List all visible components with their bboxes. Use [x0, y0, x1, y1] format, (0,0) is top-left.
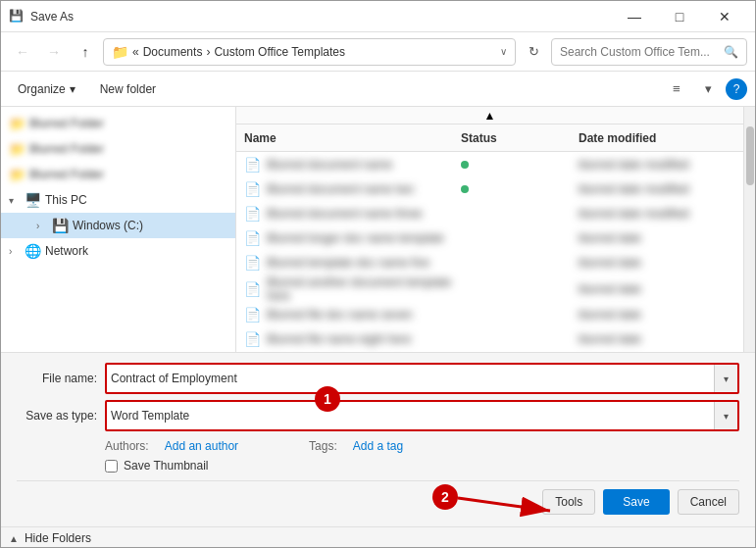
refresh-button[interactable]: ↻ — [520, 38, 547, 66]
filename-row: File name: ▾ — [17, 363, 739, 394]
tags-label: Tags: — [309, 439, 337, 453]
folder-icon: 📁 — [9, 141, 25, 157]
view-button[interactable]: ≡ — [663, 76, 690, 102]
folder-icon: 📁 — [9, 116, 25, 131]
search-input[interactable] — [560, 45, 724, 59]
back-button[interactable]: ← — [9, 38, 36, 66]
sidebar-item-network[interactable]: › 🌐 Network — [1, 238, 235, 264]
folder-icon: 📁 — [112, 44, 128, 60]
help-button[interactable]: ? — [726, 78, 747, 100]
computer-icon: 🖥️ — [25, 192, 41, 208]
file-name: Blurred document name — [267, 158, 461, 172]
file-date: blurred date modified — [579, 158, 735, 172]
sidebar-item-this-pc[interactable]: ▾ 🖥️ This PC — [1, 187, 235, 213]
file-item[interactable]: 📄 Blurred another document template here… — [236, 275, 743, 303]
file-list: ▲ Name Status Date modified 📄 Blurred do… — [236, 107, 743, 352]
minimize-button[interactable]: — — [612, 1, 657, 32]
file-name: Blurred template doc name five — [267, 256, 461, 270]
file-icon: 📄 — [244, 307, 261, 323]
close-button[interactable]: ✕ — [702, 1, 747, 32]
filename-label: File name: — [17, 372, 105, 385]
network-icon: 🌐 — [25, 243, 41, 259]
authors-label: Authors: — [105, 439, 149, 453]
save-button[interactable]: Save — [603, 489, 669, 515]
file-item[interactable]: 📄 Blurred file doc name seven blurred da… — [236, 303, 743, 327]
sidebar-item-blurred-3[interactable]: 📁 Blurred Folder — [1, 162, 235, 187]
add-author-link[interactable]: Add an author — [165, 439, 238, 453]
file-item[interactable]: 📄 Blurred template doc name five blurred… — [236, 251, 743, 275]
sidebar-item-blurred-1[interactable]: 📁 Blurred Folder — [1, 111, 235, 136]
file-item[interactable]: 📄 Blurred file name eight here blurred d… — [236, 327, 743, 352]
up-button[interactable]: ↑ — [72, 38, 99, 66]
savetype-row: Save as type: ▾ — [17, 400, 739, 431]
drive-icon: 💾 — [52, 218, 69, 233]
file-icon: 📄 — [244, 157, 261, 173]
window-title: Save As — [30, 10, 612, 24]
filename-input[interactable] — [107, 367, 714, 390]
main-content: 📁 Blurred Folder 📁 Blurred Folder 📁 Blur… — [1, 107, 755, 352]
status-dot — [461, 185, 469, 193]
filename-input-wrap: ▾ — [105, 363, 739, 394]
sidebar-item-blurred-2[interactable]: 📁 Blurred Folder — [1, 136, 235, 162]
file-date: blurred date — [579, 282, 735, 296]
forward-button[interactable]: → — [40, 38, 68, 66]
scrollbar[interactable] — [743, 107, 755, 352]
savetype-input-wrap: ▾ — [105, 400, 739, 431]
file-date: blurred date — [579, 256, 735, 270]
col-status-header[interactable]: Status — [461, 131, 579, 145]
view-dropdown-button[interactable]: ▾ — [694, 76, 722, 102]
scroll-up-icon: ▲ — [484, 109, 496, 123]
path-templates: Custom Office Templates — [214, 45, 345, 59]
file-name: Blurred document name three — [267, 207, 461, 221]
this-pc-label: This PC — [45, 193, 87, 207]
file-date: blurred date — [579, 231, 735, 245]
file-icon: 📄 — [244, 255, 261, 271]
file-name: Blurred another document template here — [267, 275, 461, 303]
new-folder-button[interactable]: New folder — [92, 76, 164, 102]
address-dropdown-icon: ∨ — [500, 46, 507, 57]
expand-icon: › — [36, 221, 52, 231]
savetype-input[interactable] — [107, 404, 714, 427]
file-date: blurred date modified — [579, 182, 735, 196]
save-thumbnail-label[interactable]: Save Thumbnail — [124, 459, 209, 473]
bottom-panel: File name: ▾ Save as type: ▾ Authors: Ad… — [1, 352, 755, 526]
sidebar-item-label: Blurred Folder — [29, 117, 104, 130]
organize-button[interactable]: Organize ▾ — [9, 76, 84, 102]
file-list-scroll[interactable]: 📄 Blurred document name blurred date mod… — [236, 152, 743, 352]
hide-folders-row[interactable]: ▲ Hide Folders — [1, 526, 755, 547]
expand-icon: ▾ — [9, 195, 25, 206]
col-name-header[interactable]: Name — [244, 131, 461, 145]
sidebar-item-windows-c[interactable]: › 💾 Windows (C:) — [1, 213, 235, 238]
scrollbar-thumb[interactable] — [746, 126, 754, 185]
sidebar-item-label: Blurred Folder — [29, 168, 104, 181]
windows-c-label: Windows (C:) — [73, 219, 143, 232]
col-date-header[interactable]: Date modified — [579, 131, 735, 145]
folder-icon: 📁 — [9, 167, 25, 182]
sidebar-item-label: Blurred Folder — [29, 142, 104, 156]
file-icon: 📄 — [244, 181, 261, 197]
file-item[interactable]: 📄 Blurred document name two blurred date… — [236, 176, 743, 201]
filename-dropdown-button[interactable]: ▾ — [714, 365, 737, 392]
annotation-circle-2: 2 — [432, 484, 458, 510]
file-item[interactable]: 📄 Blurred document name three blurred da… — [236, 201, 743, 225]
tools-button[interactable]: Tools — [542, 489, 595, 515]
file-name: Blurred longer doc name template — [267, 231, 461, 245]
search-box[interactable]: 🔍 — [551, 38, 747, 66]
add-tag-link[interactable]: Add a tag — [353, 439, 403, 453]
cancel-button[interactable]: Cancel — [678, 489, 739, 515]
file-date: blurred date — [579, 308, 735, 322]
savetype-dropdown-button[interactable]: ▾ — [714, 402, 737, 429]
file-name: Blurred document name two — [267, 182, 461, 196]
breadcrumb-separator: › — [206, 45, 210, 59]
save-thumbnail-checkbox[interactable] — [105, 460, 118, 473]
network-label: Network — [45, 244, 88, 258]
scroll-up[interactable]: ▲ — [236, 107, 743, 125]
file-item[interactable]: 📄 Blurred document name blurred date mod… — [236, 152, 743, 176]
file-name: Blurred file doc name seven — [267, 308, 461, 322]
address-bar[interactable]: 📁 « Documents › Custom Office Templates … — [103, 38, 516, 66]
maximize-button[interactable]: □ — [657, 1, 702, 32]
title-bar-controls: — □ ✕ — [612, 1, 747, 32]
path-documents: Documents — [143, 45, 203, 59]
file-item[interactable]: 📄 Blurred longer doc name template blurr… — [236, 225, 743, 250]
file-date: blurred date modified — [579, 207, 735, 221]
